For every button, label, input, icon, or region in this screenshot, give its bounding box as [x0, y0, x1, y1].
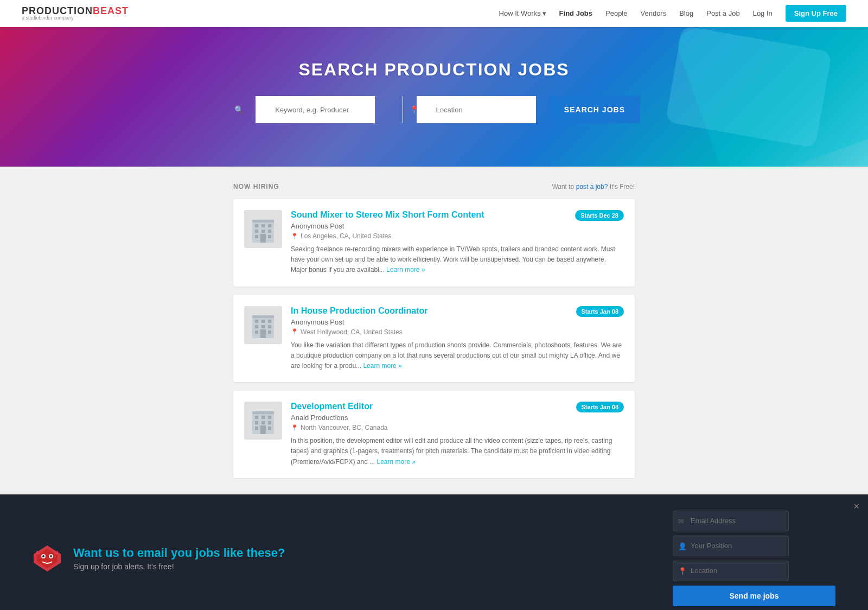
svg-rect-4 [268, 224, 271, 227]
section-header: NOW HIRING Want to post a job? It's Free… [233, 183, 635, 190]
brand-tagline: a studiobinder company [22, 16, 129, 21]
search-bar: 🔍 📍 SEARCH JOBS [228, 96, 640, 123]
svg-rect-27 [255, 421, 258, 424]
svg-rect-12 [252, 315, 274, 318]
email-input[interactable] [673, 511, 789, 531]
send-jobs-button[interactable]: Send me jobs [673, 586, 835, 606]
job-location-1: 📍 Los Angeles, CA, United States [291, 232, 624, 240]
svg-rect-17 [261, 325, 265, 328]
job-location-2: 📍 West Hollywood, CA, United States [291, 328, 624, 336]
job-info-2: In House Production Coordinator Anonymou… [291, 306, 624, 372]
svg-rect-15 [268, 320, 271, 323]
svg-rect-18 [268, 325, 271, 328]
svg-point-37 [42, 555, 44, 557]
job-title-3[interactable]: Development Editor [291, 402, 624, 411]
hero-section: SEARCH PRODUCTION JOBS 🔍 📍 SEARCH JOBS [0, 27, 868, 167]
learn-more-3[interactable]: Learn more » [377, 458, 416, 466]
footer-banner: × Want us to email you jobs like these? … [0, 494, 868, 610]
job-badge-3: Starts Jan 08 [576, 402, 624, 412]
nav-login[interactable]: Log In [753, 9, 773, 17]
footer-location-icon: 📍 [678, 567, 687, 575]
brand-production: PRODUCTION [22, 5, 93, 16]
keyword-wrap: 🔍 [228, 96, 403, 123]
email-icon: ✉ [678, 517, 684, 525]
job-company-1: Anonymous Post [291, 222, 624, 230]
learn-more-2[interactable]: Learn more » [363, 362, 401, 370]
chevron-down-icon: ▾ [542, 9, 546, 17]
job-title-1[interactable]: Sound Mixer to Stereo Mix Short Form Con… [291, 210, 624, 220]
footer-left: Want us to email you jobs like these? Si… [33, 543, 285, 573]
person-icon: 👤 [678, 542, 687, 550]
nav-blog[interactable]: Blog [679, 9, 693, 17]
job-card-3: Development Editor Anaid Productions 📍 N… [233, 391, 635, 478]
svg-rect-20 [268, 331, 271, 334]
job-badge-1: Starts Dec 28 [575, 210, 624, 221]
svg-rect-9 [268, 235, 271, 238]
nav-post-job[interactable]: Post a Job [706, 9, 739, 17]
svg-rect-5 [255, 230, 258, 233]
job-title-2[interactable]: In House Production Coordinator [291, 306, 624, 316]
job-logo-2 [244, 306, 282, 344]
close-button[interactable]: × [853, 501, 859, 512]
position-field-wrap: 👤 [673, 536, 835, 556]
location-pin-icon-1: 📍 [291, 233, 298, 240]
job-card-2: In House Production Coordinator Anonymou… [233, 295, 635, 383]
job-info-3: Development Editor Anaid Productions 📍 N… [291, 402, 624, 467]
job-logo-3 [244, 402, 282, 440]
job-company-2: Anonymous Post [291, 318, 624, 326]
svg-rect-10 [260, 234, 266, 243]
hero-title: SEARCH PRODUCTION JOBS [22, 60, 846, 80]
svg-rect-24 [255, 416, 258, 419]
svg-rect-7 [268, 230, 271, 233]
learn-more-1[interactable]: Learn more » [386, 266, 425, 274]
location-pin-icon-3: 📍 [291, 424, 298, 431]
footer-subtext: Sign up for job alerts. It's free! [73, 562, 285, 571]
main-content: NOW HIRING Want to post a job? It's Free… [222, 183, 646, 478]
footer-location-wrap: 📍 [673, 561, 835, 581]
brand-beast: BEAST [93, 5, 129, 16]
svg-rect-30 [255, 427, 258, 430]
signup-button[interactable]: Sign Up Free [786, 5, 846, 22]
job-company-3: Anaid Productions [291, 414, 624, 422]
job-location-3: 📍 North Vancouver, BC, Canada [291, 424, 624, 431]
job-info-1: Sound Mixer to Stereo Mix Short Form Con… [291, 210, 624, 276]
svg-rect-28 [261, 421, 265, 424]
brand-logo[interactable]: PRODUCTIONBEAST a studiobinder company [22, 6, 129, 21]
keyword-input[interactable] [256, 96, 375, 123]
svg-rect-6 [261, 230, 265, 233]
svg-rect-21 [260, 329, 266, 338]
svg-rect-2 [255, 224, 258, 227]
post-job-text: Want to post a job? It's Free! [552, 183, 635, 190]
nav-find-jobs[interactable]: Find Jobs [559, 9, 592, 17]
search-icon: 🔍 [234, 105, 244, 114]
job-desc-2: You like the variation that different ty… [291, 340, 624, 372]
position-input[interactable] [673, 536, 789, 556]
svg-rect-3 [261, 224, 265, 227]
navbar: PRODUCTIONBEAST a studiobinder company H… [0, 0, 868, 27]
svg-rect-29 [268, 421, 271, 424]
search-jobs-button[interactable]: SEARCH JOBS [549, 96, 640, 123]
svg-rect-23 [252, 411, 274, 414]
footer-form: ✉ 👤 📍 Send me jobs [673, 511, 835, 606]
footer-headline: Want us to email you jobs like these? [73, 546, 285, 560]
footer-text: Want us to email you jobs like these? Si… [73, 546, 285, 571]
svg-rect-19 [255, 331, 258, 334]
svg-rect-32 [260, 425, 266, 434]
svg-rect-16 [255, 325, 258, 328]
svg-rect-1 [252, 220, 274, 223]
location-pin-icon: 📍 [410, 105, 419, 114]
nav-how-it-works[interactable]: How It Works ▾ [499, 9, 546, 17]
svg-rect-26 [268, 416, 271, 419]
svg-point-38 [50, 555, 52, 557]
svg-rect-13 [255, 320, 258, 323]
footer-location-input[interactable] [673, 561, 789, 581]
svg-rect-31 [268, 427, 271, 430]
nav-people[interactable]: People [605, 9, 627, 17]
location-input[interactable] [417, 96, 536, 123]
location-wrap: 📍 [403, 96, 549, 123]
nav-links: How It Works ▾ Find Jobs People Vendors … [499, 5, 846, 22]
post-job-link[interactable]: post a job? [576, 183, 608, 190]
email-field-wrap: ✉ [673, 511, 835, 531]
nav-vendors[interactable]: Vendors [640, 9, 666, 17]
now-hiring-label: NOW HIRING [233, 183, 279, 190]
